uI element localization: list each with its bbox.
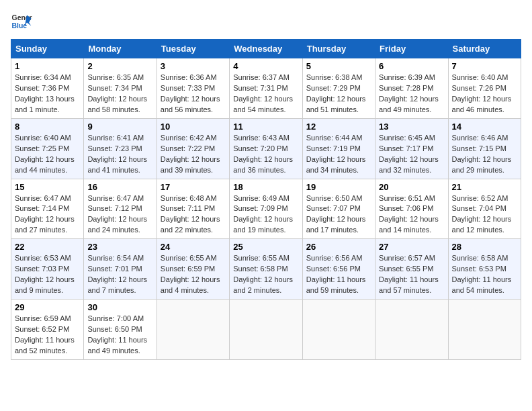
calendar-week-row: 29Sunrise: 6:59 AM Sunset: 6:52 PM Dayli…	[11, 300, 521, 360]
day-number: 11	[233, 122, 298, 132]
calendar-table: SundayMondayTuesdayWednesdayThursdayFrid…	[11, 39, 521, 360]
day-info: Sunrise: 6:45 AM Sunset: 7:17 PM Dayligh…	[379, 133, 444, 176]
day-number: 10	[161, 122, 226, 132]
calendar-cell: 16Sunrise: 6:47 AM Sunset: 7:12 PM Dayli…	[84, 179, 157, 239]
day-info: Sunrise: 6:49 AM Sunset: 7:09 PM Dayligh…	[233, 193, 298, 236]
day-info: Sunrise: 6:51 AM Sunset: 7:06 PM Dayligh…	[379, 193, 444, 236]
day-info: Sunrise: 6:58 AM Sunset: 6:53 PM Dayligh…	[452, 253, 517, 296]
day-number: 23	[87, 242, 152, 252]
calendar-cell	[302, 300, 375, 360]
day-info: Sunrise: 6:55 AM Sunset: 6:58 PM Dayligh…	[233, 253, 298, 296]
day-number: 21	[452, 182, 517, 192]
logo-icon: General Blue	[11, 11, 32, 32]
logo: General Blue	[11, 11, 32, 32]
day-number: 24	[161, 242, 226, 252]
day-info: Sunrise: 6:57 AM Sunset: 6:55 PM Dayligh…	[379, 253, 444, 296]
weekday-header-cell: Thursday	[302, 40, 375, 58]
calendar-cell: 23Sunrise: 6:54 AM Sunset: 7:01 PM Dayli…	[84, 239, 157, 300]
day-info: Sunrise: 6:53 AM Sunset: 7:03 PM Dayligh…	[15, 253, 80, 296]
day-info: Sunrise: 6:52 AM Sunset: 7:04 PM Dayligh…	[452, 193, 517, 236]
weekday-header-cell: Wednesday	[230, 40, 302, 58]
day-number: 20	[379, 182, 444, 192]
calendar-cell: 3Sunrise: 6:36 AM Sunset: 7:33 PM Daylig…	[157, 58, 229, 119]
calendar-cell	[448, 300, 521, 360]
day-number: 3	[161, 61, 226, 71]
calendar-body: 1Sunrise: 6:34 AM Sunset: 7:36 PM Daylig…	[11, 58, 521, 360]
calendar-cell: 20Sunrise: 6:51 AM Sunset: 7:06 PM Dayli…	[375, 179, 448, 239]
calendar-cell: 7Sunrise: 6:40 AM Sunset: 7:26 PM Daylig…	[448, 58, 521, 119]
calendar-cell: 29Sunrise: 6:59 AM Sunset: 6:52 PM Dayli…	[11, 300, 84, 360]
calendar-cell: 5Sunrise: 6:38 AM Sunset: 7:29 PM Daylig…	[302, 58, 375, 119]
calendar-cell: 18Sunrise: 6:49 AM Sunset: 7:09 PM Dayli…	[230, 179, 302, 239]
day-info: Sunrise: 6:46 AM Sunset: 7:15 PM Dayligh…	[452, 133, 517, 176]
calendar-cell: 13Sunrise: 6:45 AM Sunset: 7:17 PM Dayli…	[375, 118, 448, 179]
day-info: Sunrise: 6:59 AM Sunset: 6:52 PM Dayligh…	[15, 314, 80, 357]
day-number: 29	[15, 302, 80, 312]
day-info: Sunrise: 6:48 AM Sunset: 7:11 PM Dayligh…	[161, 193, 226, 236]
day-number: 7	[452, 61, 517, 71]
day-info: Sunrise: 6:36 AM Sunset: 7:33 PM Dayligh…	[161, 73, 226, 116]
calendar-cell: 30Sunrise: 7:00 AM Sunset: 6:50 PM Dayli…	[84, 300, 157, 360]
calendar-cell: 24Sunrise: 6:55 AM Sunset: 6:59 PM Dayli…	[157, 239, 229, 300]
calendar-cell: 12Sunrise: 6:44 AM Sunset: 7:19 PM Dayli…	[302, 118, 375, 179]
day-number: 17	[161, 182, 226, 192]
day-number: 27	[379, 242, 444, 252]
day-number: 16	[87, 182, 152, 192]
weekday-header-cell: Monday	[84, 40, 157, 58]
calendar-cell: 2Sunrise: 6:35 AM Sunset: 7:34 PM Daylig…	[84, 58, 157, 119]
day-info: Sunrise: 6:47 AM Sunset: 7:12 PM Dayligh…	[87, 193, 152, 236]
day-info: Sunrise: 6:55 AM Sunset: 6:59 PM Dayligh…	[161, 253, 226, 296]
day-info: Sunrise: 6:50 AM Sunset: 7:07 PM Dayligh…	[306, 193, 371, 236]
day-info: Sunrise: 6:40 AM Sunset: 7:26 PM Dayligh…	[452, 73, 517, 116]
calendar-cell: 22Sunrise: 6:53 AM Sunset: 7:03 PM Dayli…	[11, 239, 84, 300]
day-info: Sunrise: 6:43 AM Sunset: 7:20 PM Dayligh…	[233, 133, 298, 176]
calendar-cell: 28Sunrise: 6:58 AM Sunset: 6:53 PM Dayli…	[448, 239, 521, 300]
calendar-cell: 26Sunrise: 6:56 AM Sunset: 6:56 PM Dayli…	[302, 239, 375, 300]
day-info: Sunrise: 6:34 AM Sunset: 7:36 PM Dayligh…	[15, 73, 80, 116]
page-header: General Blue	[11, 11, 521, 32]
calendar-cell	[375, 300, 448, 360]
day-info: Sunrise: 7:00 AM Sunset: 6:50 PM Dayligh…	[87, 314, 152, 357]
calendar-cell	[157, 300, 229, 360]
day-number: 18	[233, 182, 298, 192]
day-number: 28	[452, 242, 517, 252]
day-info: Sunrise: 6:54 AM Sunset: 7:01 PM Dayligh…	[87, 253, 152, 296]
day-number: 14	[452, 122, 517, 132]
day-number: 25	[233, 242, 298, 252]
calendar-cell: 11Sunrise: 6:43 AM Sunset: 7:20 PM Dayli…	[230, 118, 302, 179]
calendar-cell: 27Sunrise: 6:57 AM Sunset: 6:55 PM Dayli…	[375, 239, 448, 300]
day-number: 1	[15, 61, 80, 71]
calendar-cell: 9Sunrise: 6:41 AM Sunset: 7:23 PM Daylig…	[84, 118, 157, 179]
calendar-cell: 15Sunrise: 6:47 AM Sunset: 7:14 PM Dayli…	[11, 179, 84, 239]
day-number: 6	[379, 61, 444, 71]
day-info: Sunrise: 6:41 AM Sunset: 7:23 PM Dayligh…	[87, 133, 152, 176]
weekday-header-cell: Tuesday	[157, 40, 229, 58]
day-number: 5	[306, 61, 371, 71]
day-info: Sunrise: 6:42 AM Sunset: 7:22 PM Dayligh…	[161, 133, 226, 176]
calendar-cell: 4Sunrise: 6:37 AM Sunset: 7:31 PM Daylig…	[230, 58, 302, 119]
day-info: Sunrise: 6:56 AM Sunset: 6:56 PM Dayligh…	[306, 253, 371, 296]
day-number: 15	[15, 182, 80, 192]
calendar-cell	[230, 300, 302, 360]
calendar-week-row: 15Sunrise: 6:47 AM Sunset: 7:14 PM Dayli…	[11, 179, 521, 239]
day-info: Sunrise: 6:37 AM Sunset: 7:31 PM Dayligh…	[233, 73, 298, 116]
day-number: 8	[15, 122, 80, 132]
day-number: 13	[379, 122, 444, 132]
day-info: Sunrise: 6:47 AM Sunset: 7:14 PM Dayligh…	[15, 193, 80, 236]
weekday-header-row: SundayMondayTuesdayWednesdayThursdayFrid…	[11, 40, 521, 58]
day-info: Sunrise: 6:35 AM Sunset: 7:34 PM Dayligh…	[87, 73, 152, 116]
day-number: 12	[306, 122, 371, 132]
day-info: Sunrise: 6:44 AM Sunset: 7:19 PM Dayligh…	[306, 133, 371, 176]
day-number: 22	[15, 242, 80, 252]
day-info: Sunrise: 6:40 AM Sunset: 7:25 PM Dayligh…	[15, 133, 80, 176]
calendar-cell: 1Sunrise: 6:34 AM Sunset: 7:36 PM Daylig…	[11, 58, 84, 119]
weekday-header-cell: Friday	[375, 40, 448, 58]
calendar-cell: 25Sunrise: 6:55 AM Sunset: 6:58 PM Dayli…	[230, 239, 302, 300]
day-info: Sunrise: 6:38 AM Sunset: 7:29 PM Dayligh…	[306, 73, 371, 116]
day-number: 30	[87, 302, 152, 312]
day-number: 9	[87, 122, 152, 132]
weekday-header-cell: Sunday	[11, 40, 84, 58]
day-info: Sunrise: 6:39 AM Sunset: 7:28 PM Dayligh…	[379, 73, 444, 116]
day-number: 2	[87, 61, 152, 71]
day-number: 4	[233, 61, 298, 71]
